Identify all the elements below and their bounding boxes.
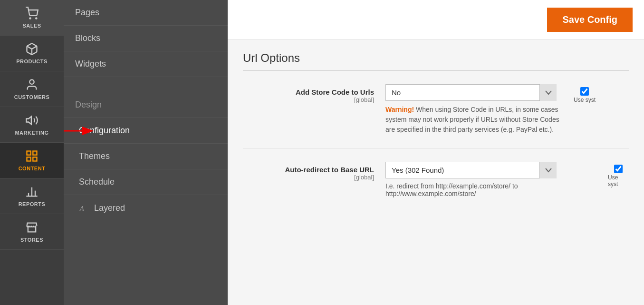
menu-section-design[interactable]: Design [64,92,228,118]
auto-redirect-checkbox-col: Use syst [608,162,629,187]
sidebar-item-sales-label: SALES [22,23,41,29]
sidebar-item-sales[interactable]: SALES [0,0,64,36]
layered-icon: A [79,203,89,213]
url-options-title: Url Options [243,51,629,71]
svg-text:A: A [79,205,84,212]
auto-redirect-label: Auto-redirect to Base URL [243,166,374,174]
form-label-col-auto-redirect: Auto-redirect to Base URL [global] [243,162,385,181]
form-input-col-auto-redirect: No Yes (301 Moved Permanently) Yes (302 … [385,162,629,197]
sidebar-item-stores-label: STORES [20,237,43,243]
menu-item-configuration[interactable]: Configuration [64,118,228,144]
svg-rect-7 [33,157,37,161]
person-icon [25,78,38,91]
auto-redirect-use-system-checkbox[interactable] [614,165,623,173]
menu-item-layered[interactable]: A Layered [64,195,228,221]
sidebar-item-stores[interactable]: STORES [0,214,64,250]
form-label-col-store-code: Add Store Code to Urls [global] [243,84,385,103]
sidebar-item-marketing-label: MARKETING [15,130,48,136]
auto-redirect-sublabel: [global] [243,174,374,181]
auto-redirect-select-wrapper: No Yes (301 Moved Permanently) Yes (302 … [385,162,557,178]
box-icon [25,42,38,56]
form-input-col-store-code: No Yes Warning! When using Store Code in… [385,84,629,135]
add-store-code-label: Add Store Code to Urls [243,88,374,96]
svg-marker-4 [26,117,31,124]
sidebar-item-marketing[interactable]: MARKETING [0,107,64,143]
add-store-code-select-wrapper: No Yes [385,84,557,101]
svg-rect-6 [33,151,37,155]
cart-icon [25,7,38,20]
store-icon [25,221,38,234]
content-area: Url Options Add Store Code to Urls [glob… [228,40,644,236]
icon-sidebar: SALES PRODUCTS CUSTOMERS MARKETING CONTE… [0,0,64,305]
warning-bold: Warning! [385,106,414,113]
auto-redirect-select[interactable]: No Yes (301 Moved Permanently) Yes (302 … [385,162,557,178]
grid-icon [25,149,38,163]
svg-point-0 [29,18,30,19]
add-store-code-sublabel: [global] [243,96,374,103]
svg-rect-5 [27,151,31,155]
svg-point-1 [36,18,37,19]
store-code-use-system-label: Use syst [574,97,596,103]
svg-point-3 [29,80,34,84]
sidebar-item-content[interactable]: CONTENT [0,143,64,178]
add-store-code-select[interactable]: No Yes [385,84,557,101]
form-row-add-store-code: Add Store Code to Urls [global] No Yes [243,84,629,148]
menu-item-schedule[interactable]: Schedule [64,169,228,195]
menu-item-widgets[interactable]: Widgets [64,51,228,77]
sidebar-item-customers[interactable]: CUSTOMERS [0,71,64,107]
svg-rect-8 [27,157,31,161]
auto-redirect-note: I.e. redirect from http://example.com/st… [385,182,600,197]
save-config-button[interactable]: Save Config [547,8,633,32]
sidebar-item-reports[interactable]: REPORTS [0,178,64,214]
store-code-use-system-checkbox[interactable] [580,87,589,96]
menu-item-pages[interactable]: Pages [64,0,228,26]
menu-item-themes[interactable]: Themes [64,144,228,169]
sidebar-item-customers-label: CUSTOMERS [14,94,50,100]
auto-redirect-use-system-label: Use syst [608,174,629,187]
menu-item-blocks[interactable]: Blocks [64,26,228,51]
form-row-auto-redirect: Auto-redirect to Base URL [global] No Ye… [243,162,629,211]
sidebar-item-content-label: CONTENT [19,166,46,171]
barchart-icon [25,185,38,198]
sidebar-item-products[interactable]: PRODUCTS [0,36,64,71]
sidebar-item-reports-label: REPORTS [19,201,46,207]
store-code-checkbox-col: Use syst [574,84,596,103]
add-store-code-warning: Warning! When using Store Code in URLs, … [385,105,566,135]
red-arrow-icon [64,121,98,140]
menu-sidebar: Pages Blocks Widgets Design Configuratio… [64,0,228,305]
megaphone-icon [25,114,38,127]
sidebar-item-products-label: PRODUCTS [16,59,48,64]
main-content: Save Config Url Options Add Store Code t… [228,0,644,305]
top-bar: Save Config [228,0,644,40]
